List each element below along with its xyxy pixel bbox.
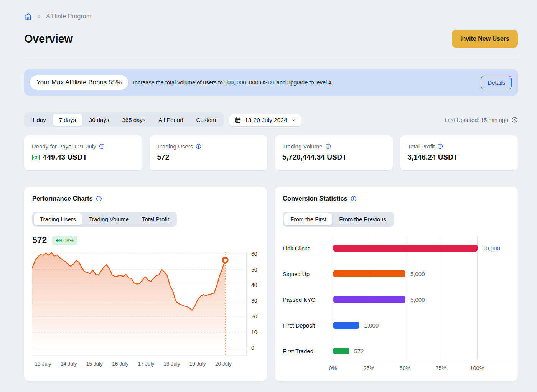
perf-tab-trading-users[interactable]: Trading Users (34, 213, 82, 225)
breadcrumb: Affiliate Program (24, 12, 518, 21)
perf-tab-total-profit[interactable]: Total Profit (136, 213, 175, 225)
stat-card-trading-users: Trading Users572 (150, 135, 268, 170)
bonus-level-pill: Your Max Affiliate Bonus 55% (30, 75, 128, 90)
stat-label: Total Profit (408, 143, 435, 150)
bar-value-link-clicks: 10,000 (483, 245, 500, 252)
range-tab-365-days[interactable]: 365 days (116, 114, 152, 126)
trading-users-line-chart: 605040302010013 July14 July15 July16 Jul… (32, 249, 259, 369)
range-tab-30-days[interactable]: 30 days (83, 114, 115, 126)
info-icon[interactable] (99, 143, 105, 149)
conversion-funnel-chart: 10,0005,0005,0001,0005720%25%50%75%100%L… (283, 237, 510, 373)
bonus-banner-text: Increase the total volume of users to 10… (133, 79, 333, 86)
home-icon[interactable] (24, 13, 32, 21)
performance-metric-tabs: Trading UsersTrading VolumeTotal Profit (32, 212, 177, 227)
stats-row: Ready for Payout 21 July449.43 USDTTradi… (24, 135, 518, 170)
clock-icon (511, 117, 518, 123)
bar-passed-kyc[interactable] (333, 296, 405, 303)
svg-text:20: 20 (251, 313, 257, 320)
info-icon[interactable] (351, 196, 357, 202)
range-tab-1-day[interactable]: 1 day (26, 114, 52, 126)
date-range-value: 13-20 July 2024 (245, 117, 287, 124)
svg-text:50: 50 (251, 267, 257, 273)
gridline (477, 237, 478, 360)
affiliate-bonus-banner: Your Max Affiliate Bonus 55% Increase th… (24, 69, 518, 96)
charts-row: Performance Charts Trading UsersTrading … (24, 187, 518, 381)
svg-text:15 July: 15 July (86, 361, 103, 367)
x-axis-tick: 0% (329, 365, 337, 371)
bar-value-signed-up: 5,000 (410, 271, 425, 277)
stat-value: 3,146.24 USDT (408, 153, 458, 161)
x-axis-tick: 50% (399, 365, 410, 371)
details-button[interactable]: Details (481, 76, 512, 89)
bar-first-traded[interactable] (333, 348, 349, 354)
bar-first-deposit[interactable] (333, 322, 359, 329)
bar-value-first-traded: 572 (354, 348, 364, 354)
x-axis-tick: 100% (470, 365, 484, 371)
category-label-link-clicks: Link Clicks (283, 245, 310, 252)
conversion-statistics-card: Conversion Statistics From the FirstFrom… (275, 187, 518, 381)
last-updated: Last Updated: 15 min ago (445, 117, 518, 123)
performance-charts-card: Performance Charts Trading UsersTrading … (24, 187, 267, 381)
svg-text:40: 40 (251, 282, 257, 288)
header-divider (24, 56, 518, 56)
x-axis-tick: 75% (435, 365, 446, 371)
bar-value-first-deposit: 1,000 (364, 322, 379, 329)
svg-text:20 July: 20 July (215, 361, 232, 367)
info-icon[interactable] (325, 143, 331, 149)
page-header: Overview Invite New Users (24, 30, 518, 48)
stat-label: Trading Users (157, 143, 193, 150)
stat-value: 572 (157, 153, 170, 161)
svg-text:0: 0 (251, 345, 254, 351)
affiliate-overview-page: Affiliate Program Overview Invite New Us… (0, 0, 537, 381)
stat-label: Trading Volume (282, 143, 323, 150)
stat-label: Ready for Payout 21 July (32, 143, 96, 150)
conv-tab-from-the-previous[interactable]: From the Previous (333, 213, 392, 225)
x-axis-tick: 25% (363, 365, 374, 371)
stat-card-trading-volume: Trading Volume5,720,444.34 USDT (275, 135, 393, 170)
range-tab-all-period[interactable]: All Period (152, 114, 189, 126)
page-title: Overview (24, 33, 73, 45)
banknote-icon (32, 154, 40, 161)
filters-row: 1 day7 days30 days365 daysAll PeriodCust… (24, 112, 518, 127)
svg-text:17 July: 17 July (138, 361, 154, 367)
info-icon[interactable] (437, 143, 443, 149)
info-icon[interactable] (96, 196, 102, 202)
svg-text:60: 60 (251, 251, 257, 257)
calendar-icon (234, 117, 241, 124)
category-label-first-traded: First Traded (283, 348, 313, 354)
invite-new-users-button[interactable]: Invite New Users (452, 30, 518, 48)
stat-card-ready-for-payout-21-july: Ready for Payout 21 July449.43 USDT (24, 135, 142, 170)
date-picker[interactable]: 13-20 July 2024 (229, 114, 301, 127)
svg-text:30: 30 (251, 298, 257, 304)
stat-value: 5,720,444.34 USDT (282, 153, 347, 161)
category-label-first-deposit: First Deposit (283, 322, 315, 329)
svg-text:19 July: 19 July (189, 361, 206, 367)
chevron-right-icon (37, 14, 41, 19)
perf-tab-trading-volume[interactable]: Trading Volume (83, 213, 135, 225)
svg-text:13 July: 13 July (35, 361, 51, 367)
performance-current-value: 572 (32, 235, 47, 245)
chevron-down-icon (291, 117, 296, 123)
category-label-signed-up: Signed Up (283, 271, 310, 277)
svg-text:18 July: 18 July (164, 361, 180, 367)
stat-value: 449.43 USDT (43, 153, 87, 161)
range-tab-custom[interactable]: Custom (190, 114, 222, 126)
conversion-title: Conversion Statistics (283, 195, 348, 202)
performance-change-badge: +9.08% (52, 236, 77, 245)
bar-value-passed-kyc: 5,000 (410, 296, 425, 303)
category-label-passed-kyc: Passed KYC (283, 296, 315, 303)
conversion-plot-area: 10,0005,0005,0001,000572 (333, 237, 510, 360)
breadcrumb-current: Affiliate Program (46, 13, 91, 20)
bar-signed-up[interactable] (333, 270, 405, 277)
bar-link-clicks[interactable] (333, 245, 478, 252)
svg-text:14 July: 14 July (61, 361, 77, 367)
stat-card-total-profit: Total Profit3,146.24 USDT (400, 135, 518, 170)
conv-tab-from-the-first[interactable]: From the First (284, 213, 332, 225)
gridline (441, 237, 441, 360)
info-icon[interactable] (196, 143, 201, 149)
conversion-mode-tabs: From the FirstFrom the Previous (283, 212, 394, 227)
last-updated-text: Last Updated: 15 min ago (445, 117, 508, 123)
range-tab-7-days[interactable]: 7 days (53, 114, 82, 126)
svg-text:10: 10 (251, 329, 257, 335)
date-range-tabs: 1 day7 days30 days365 daysAll PeriodCust… (24, 112, 224, 127)
